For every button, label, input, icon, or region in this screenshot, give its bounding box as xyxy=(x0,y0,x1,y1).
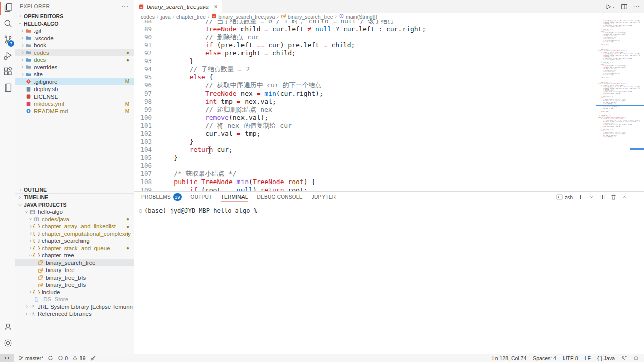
code-line-97[interactable]: 97 TreeNode nex = min(cur.right); xyxy=(134,89,596,98)
panel-tab-problems[interactable]: PROBLEMS19 xyxy=(141,192,182,202)
code-line-89[interactable]: 89 TreeNode child = cur.left ≠ null ? cu… xyxy=(134,25,596,33)
status-branch[interactable]: master* xyxy=(18,354,43,362)
breadcrumb-item[interactable]: chapter_tree xyxy=(176,14,206,20)
jp-hello-algo[interactable]: hello-algo xyxy=(15,208,134,216)
status-indentation[interactable]: Spaces: 4 xyxy=(533,354,556,362)
minimap[interactable]: // 当子结点数量 = 0 / 1 时， child = null / 该子结点… xyxy=(596,20,640,138)
activity-account-button[interactable] xyxy=(0,320,15,336)
section-timeline[interactable]: TIMELINE xyxy=(15,193,134,201)
code-line-91[interactable]: 91 if (pre.left == cur) pre.left = child… xyxy=(134,41,596,49)
status-errors[interactable]: 0 xyxy=(58,354,68,362)
code-line-103[interactable]: 103 } xyxy=(134,138,596,146)
code-line-95[interactable]: 95 else { xyxy=(134,73,596,81)
status-warnings[interactable]: 19 xyxy=(72,354,86,362)
section-outline[interactable]: OUTLINE xyxy=(15,186,134,193)
code-line-96[interactable]: 96 // 获取中序遍历中 cur 的下一个结点 xyxy=(134,81,596,89)
file-codes[interactable]: codes● xyxy=(15,49,134,57)
section-root-folder[interactable]: HELLO-ALGO xyxy=(15,20,134,27)
file-readme-md[interactable]: README.mdM xyxy=(15,108,134,115)
code-line-102[interactable]: 102 cur.val = tmp; xyxy=(134,130,596,138)
panel-tab-output[interactable]: OUTPUT xyxy=(191,192,212,202)
code-line-105[interactable]: 105 } xyxy=(134,154,596,162)
breadcrumb-item[interactable]: binary_search_tree xyxy=(281,13,333,20)
status-notifications[interactable] xyxy=(633,354,639,362)
jp-chapter-searching[interactable]: { }chapter_searching xyxy=(15,237,134,245)
code-line-99[interactable]: 99 // 递归删除结点 nex xyxy=(134,106,596,114)
file-site[interactable]: site xyxy=(15,71,134,78)
jp-codes-java[interactable]: codes/java● xyxy=(15,216,134,223)
maximize-panel-button[interactable] xyxy=(621,194,628,200)
terminal-dropdown-chevron[interactable] xyxy=(588,194,595,200)
terminal[interactable]: (base) jyd@JYD-MBP hello-algo % xyxy=(134,202,644,214)
code-line-100[interactable]: 100 remove(nex.val); xyxy=(134,114,596,122)
activity-extensions-button[interactable] xyxy=(0,64,15,80)
panel-tab-debug-console[interactable]: DEBUG CONSOLE xyxy=(257,192,303,202)
activity-explorer-button[interactable] xyxy=(0,0,15,16)
status-sync[interactable] xyxy=(48,354,53,362)
status-language-mode[interactable]: { } Java xyxy=(597,354,615,362)
activity-scm-button[interactable]: 7 xyxy=(0,32,15,48)
jp-chapter-tree[interactable]: { }chapter_tree xyxy=(15,252,134,259)
code-line-90[interactable]: 90 // 删除结点 cur xyxy=(134,33,596,41)
breadcrumb-item[interactable]: java xyxy=(160,14,170,20)
code-editor[interactable]: 88 // 当子结点数量 = 0 / 1 时， child = null / 该… xyxy=(134,20,644,191)
code-line-109[interactable]: 109 if (root == null) return root; xyxy=(134,186,596,191)
jp-ds-store[interactable]: .DS_Store xyxy=(15,296,134,303)
activity-notebook-button[interactable] xyxy=(0,80,15,97)
kill-terminal-button[interactable] xyxy=(610,194,617,200)
split-terminal-button[interactable] xyxy=(599,194,606,200)
status-eol[interactable]: LF xyxy=(585,354,591,362)
jp-referenced-libraries[interactable]: Referenced Libraries xyxy=(15,310,134,318)
run-button[interactable] xyxy=(605,3,612,10)
views-and-more-actions-button[interactable]: ··· xyxy=(121,3,129,10)
code-line-104[interactable]: 104 return cur; xyxy=(134,146,596,154)
new-terminal-button[interactable] xyxy=(577,194,584,200)
code-line-88[interactable]: 88 // 当子结点数量 = 0 / 1 时， child = null / 该… xyxy=(134,20,596,25)
section-java-projects[interactable]: JAVA PROJECTS xyxy=(15,201,134,208)
more-actions-button[interactable] xyxy=(633,3,640,10)
code-line-94[interactable]: 94 // 子结点数量 = 2 xyxy=(134,65,596,73)
tab-binary-search-tree[interactable]: binary_search_tree.java × xyxy=(134,0,222,13)
file-book[interactable]: book xyxy=(15,42,134,49)
status-cursor-position[interactable]: Ln 128, Col 74 xyxy=(492,354,526,362)
status-feedback[interactable] xyxy=(621,354,627,362)
jp-binary-search-tree[interactable]: binary_search_tree xyxy=(15,259,134,267)
shell-selector[interactable]: zsh xyxy=(556,194,573,200)
close-tab-icon[interactable]: × xyxy=(214,3,218,10)
file-license[interactable]: LICENSE xyxy=(15,93,134,101)
jp-chapter-stack-and-queue[interactable]: { }chapter_stack_and_queue● xyxy=(15,245,134,252)
file-git[interactable]: .git xyxy=(15,27,134,35)
code-line-92[interactable]: 92 else pre.right = child; xyxy=(134,49,596,57)
split-editor-button[interactable] xyxy=(621,3,628,10)
jp-binary-tree-dfs[interactable]: binary_tree_dfs xyxy=(15,281,134,289)
jp-include[interactable]: { }include xyxy=(15,289,134,296)
jp-chapter-computational-complexity[interactable]: { }chapter_computational_complexity● xyxy=(15,230,134,238)
breadcrumb-item[interactable]: binary_search_tree.java xyxy=(211,13,275,20)
file-docs[interactable]: docs● xyxy=(15,56,134,64)
code-line-106[interactable]: 106 xyxy=(134,162,596,170)
jp-jre-system-library-eclipse-temurin-17-17[interactable]: JRE System Library [Eclipse Temurin 17 [… xyxy=(15,303,134,311)
file-deploy-sh[interactable]: deploy.sh xyxy=(15,85,134,93)
code-line-98[interactable]: 98 int tmp = nex.val; xyxy=(134,98,596,106)
status-encoding[interactable]: UTF-8 xyxy=(563,354,578,362)
file-gitignore[interactable]: .gitignoreM xyxy=(15,78,134,86)
remote-indicator-button[interactable] xyxy=(0,354,14,362)
code-line-108[interactable]: 108 public TreeNode min(TreeNode root) { xyxy=(134,178,596,186)
jp-binary-tree-bfs[interactable]: binary_tree_bfs xyxy=(15,274,134,282)
activity-settings-button[interactable] xyxy=(0,336,15,352)
activity-debug-button[interactable] xyxy=(0,48,15,64)
panel-tab-terminal[interactable]: TERMINAL xyxy=(221,192,248,202)
status-java-status[interactable] xyxy=(90,354,96,362)
breadcrumb-item[interactable]: main(String[]) xyxy=(339,13,377,20)
code-line-101[interactable]: 101 // 将 nex 的值复制给 cur xyxy=(134,122,596,130)
file-overrides[interactable]: overrides xyxy=(15,64,134,71)
jp-chapter-array-and-linkedlist[interactable]: { }chapter_array_and_linkedlist● xyxy=(15,223,134,230)
panel-tab-jupyter[interactable]: JUPYTER xyxy=(312,192,336,202)
code-line-93[interactable]: 93 } xyxy=(134,57,596,65)
file-vscode[interactable]: .vscode xyxy=(15,35,134,42)
section-open-editors[interactable]: OPEN EDITORS xyxy=(15,12,134,20)
activity-search-button[interactable] xyxy=(0,16,15,32)
close-panel-button[interactable] xyxy=(632,194,639,200)
run-dropdown-chevron-icon[interactable] xyxy=(612,2,616,11)
code-line-107[interactable]: 107 /* 获取最小结点 */ xyxy=(134,170,596,178)
